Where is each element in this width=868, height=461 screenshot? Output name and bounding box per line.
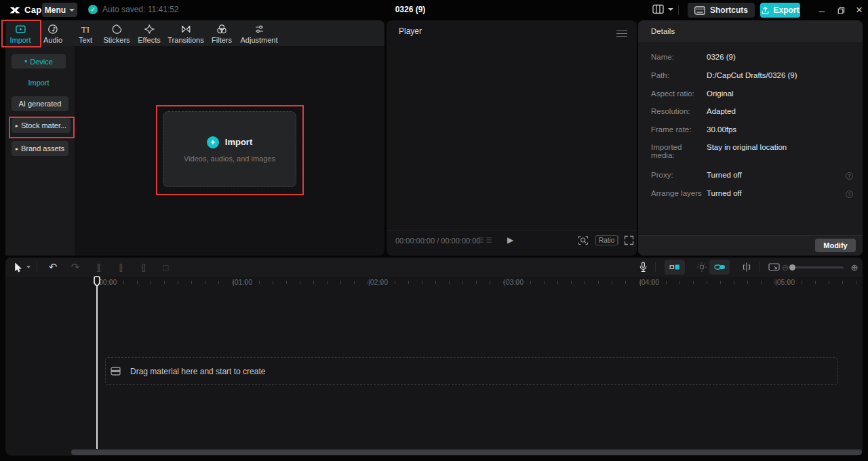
ruler-label: 00:00	[99, 277, 117, 287]
media-tabstrip: Import Audio TI Text Stickers Effects Tr…	[5, 20, 384, 46]
zoom-in-icon[interactable]: ⊕	[848, 258, 861, 277]
restore-icon	[837, 6, 846, 15]
sidebar-item-label: Device	[30, 58, 53, 66]
tab-audio[interactable]: Audio	[43, 24, 62, 44]
tab-transitions[interactable]: Transitions	[167, 24, 203, 44]
select-tool-icon[interactable]	[11, 258, 24, 277]
details-row-proxy[interactable]: Proxy:Turned off ?	[651, 171, 853, 182]
details-row-frame-rate[interactable]: Frame rate:30.00fps	[651, 125, 853, 136]
sidebar-item-brand-assets[interactable]: ▸ Brand assets	[12, 141, 68, 156]
sidebar-item-label: Brand assets	[21, 144, 64, 153]
delete-icon[interactable]: □	[157, 258, 174, 277]
audio-icon	[47, 24, 58, 35]
sidebar-item-label: AI generated	[19, 100, 62, 108]
capcut-window: CapCut Menu ✓ Auto saved: 11:41:52 0326 …	[0, 0, 868, 461]
sidebar-item-label: Import	[28, 79, 49, 87]
redo-icon[interactable]: ↷	[67, 258, 83, 277]
menu-label: Menu	[45, 5, 66, 15]
info-icon[interactable]: ?	[846, 191, 853, 198]
autosave-status: ✓ Auto saved: 11:41:52	[88, 5, 179, 14]
tab-filters[interactable]: Filters	[212, 24, 232, 44]
close-button[interactable]: ×	[850, 0, 868, 20]
fullscreen-icon[interactable]	[624, 235, 634, 248]
menu-button[interactable]: Menu	[42, 3, 77, 17]
tab-effects[interactable]: Effects	[138, 24, 160, 44]
track-dropzone[interactable]: Drag material here and start to create	[105, 357, 837, 385]
project-title: 0326 (9)	[366, 5, 454, 14]
preview-axis-toggle[interactable]	[736, 258, 757, 277]
tab-text[interactable]: TI Text	[79, 24, 92, 44]
track-dropzone-message: Drag material here and start to create	[130, 367, 265, 376]
tab-stickers[interactable]: Stickers	[103, 24, 130, 44]
dropzone-title: Import	[225, 137, 252, 147]
disclosure-down-icon: ▾	[24, 58, 27, 64]
layout-switcher[interactable]	[652, 4, 673, 14]
sidebar-item-ai-generated[interactable]: AI generated	[12, 96, 68, 111]
title-bar: CapCut Menu ✓ Auto saved: 11:41:52 0326 …	[0, 0, 868, 20]
info-icon[interactable]: ?	[846, 172, 853, 180]
timeline-toolbar: ↶ ↷ ][ [| |] □	[5, 258, 863, 277]
tab-label: Effects	[138, 36, 160, 44]
zoom-slider-thumb[interactable]	[789, 264, 795, 270]
details-row-imported-media[interactable]: Imported media:Stay in original location	[651, 143, 853, 154]
timeline-ruler[interactable]	[96, 281, 857, 284]
player-menu-icon[interactable]	[616, 28, 627, 39]
ruler-label: |03:00	[504, 277, 524, 287]
details-row-arrange-layers[interactable]: Arrange layersTurned off ?	[651, 189, 853, 200]
shortcuts-button[interactable]: Shortcuts	[688, 3, 755, 18]
divider	[37, 262, 37, 272]
timeline-zoom-slider[interactable]	[791, 266, 844, 268]
play-button[interactable]: ▶	[507, 235, 513, 245]
magnetic-main-track-toggle[interactable]	[665, 260, 685, 275]
divider	[618, 235, 619, 244]
select-tool-chevron-icon[interactable]	[24, 258, 33, 277]
split-icon[interactable]: ][	[90, 258, 106, 277]
timeline-panel: ↶ ↷ ][ [| |] □	[5, 258, 863, 456]
player-controls: 00:00:00:00 / 00:00:00:00 ≣≣ ▶ Ratio	[387, 230, 637, 251]
snap-icon	[696, 262, 707, 273]
sidebar-item-import[interactable]: Import	[12, 75, 66, 89]
ruler-label: |01:00	[233, 277, 252, 287]
disclosure-right-icon: ▸	[16, 123, 18, 129]
import-dropzone[interactable]: + Import Videos, audios, and images	[163, 111, 296, 187]
tab-adjustment[interactable]: Adjustment	[240, 24, 277, 44]
focus-icon[interactable]	[578, 235, 589, 248]
modify-button[interactable]: Modify	[815, 239, 856, 252]
restore-button[interactable]	[832, 0, 850, 20]
preview-axis-icon	[741, 262, 752, 273]
details-panel: Details Name:0326 (9) Path:D:/CapCut Dra…	[638, 20, 863, 256]
details-header: Details	[638, 20, 863, 42]
divider	[749, 5, 749, 15]
frame-view-icon[interactable]: ≣≣	[477, 235, 494, 245]
timecode-current: 00:00:00:00	[395, 237, 435, 245]
plus-icon: +	[207, 136, 219, 148]
link-clips-toggle[interactable]	[709, 260, 730, 275]
link-icon	[714, 262, 726, 273]
export-button[interactable]: Export	[760, 3, 800, 18]
player-header: Player	[387, 20, 637, 42]
svg-text:TI: TI	[81, 24, 90, 35]
details-row-resolution[interactable]: Resolution:Adapted	[651, 107, 853, 118]
autosave-text: Auto saved: 11:41:52	[102, 5, 179, 14]
details-row-name: Name:0326 (9)	[651, 53, 853, 64]
undo-icon[interactable]: ↶	[45, 258, 61, 277]
ratio-button[interactable]: Ratio	[595, 235, 618, 245]
sidebar-item-label: Stock mater...	[21, 121, 66, 129]
import-icon	[15, 24, 26, 35]
details-row-aspect-ratio[interactable]: Aspect ratio:Original	[651, 89, 853, 100]
ruler-label: |04:00	[639, 277, 659, 287]
sidebar-item-stock-materials[interactable]: ▸ Stock mater...	[12, 118, 71, 133]
record-voiceover-icon[interactable]	[636, 258, 650, 277]
playhead-line[interactable]	[96, 285, 98, 449]
tab-label: Transitions	[167, 36, 203, 44]
sidebar-item-device[interactable]: ▾ Device	[12, 54, 66, 68]
minimize-button[interactable]: –	[813, 0, 831, 20]
player-panel: Player 00:00:00:00 / 00:00:00:00 ≣≣ ▶ Ra…	[387, 20, 637, 256]
tab-label: Text	[79, 36, 92, 44]
effects-icon	[144, 24, 155, 35]
delete-left-icon[interactable]: [|	[113, 258, 129, 277]
divider	[760, 262, 760, 272]
delete-right-icon[interactable]: |]	[135, 258, 151, 277]
tab-import[interactable]: Import	[9, 24, 31, 44]
horizontal-scrollbar[interactable]	[71, 449, 862, 455]
